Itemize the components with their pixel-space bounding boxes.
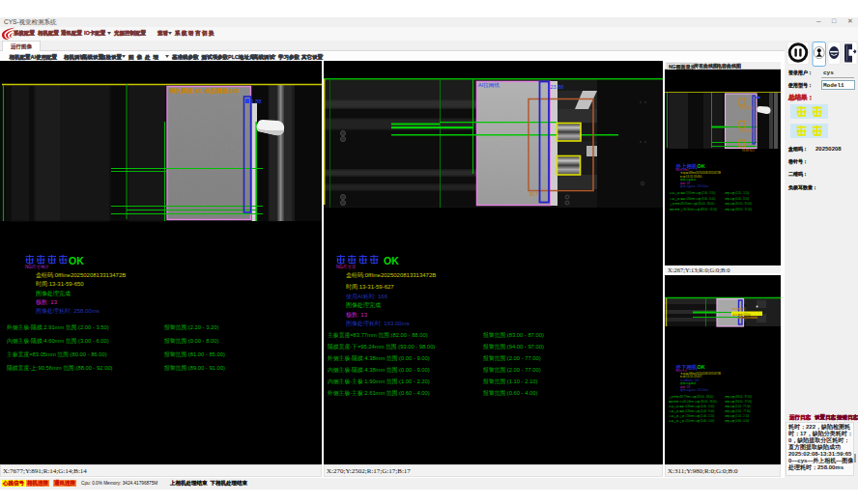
svg-text:主极宽度=83.77mm 范围:(82.00 - 88.00: 主极宽度=83.77mm 范围:(82.00 - 88.00) (328, 332, 428, 339)
svg-text:极数: 13: 极数: 13 (345, 312, 368, 318)
svg-text:时间:13-31-59-650: 时间:13-31-59-650 (680, 175, 702, 179)
svg-text:极数: 13: 极数: 13 (35, 299, 58, 305)
svg-text:主极宽度=83.77mm 范围:(82.00 - 88.00: 主极宽度=83.77mm 范围:(82.00 - 88.00) (669, 395, 713, 399)
svg-text:盒组码:0ffIine2025020813313472B: 盒组码:0ffIine2025020813313472B (36, 271, 126, 278)
svg-text:报警范围:(2.00 - 77.00): 报警范围:(2.00 - 77.00) (482, 366, 541, 374)
svg-text:报警范围:(0.60 - 4.00): 报警范围:(0.60 - 4.00) (725, 419, 749, 423)
svg-text:内侧主极-隔膜:4.38mm 范围:(0.00 - 9.00: 内侧主极-隔膜:4.38mm 范围:(0.00 - 9.00) (328, 366, 430, 374)
svg-text:报警范围:(83.00 - 87.00): 报警范围:(83.00 - 87.00) (725, 395, 752, 399)
svg-text:主极宽度=83.05mm 范围:(80.00 - 86.00: 主极宽度=83.05mm 范围:(80.00 - 86.00) (670, 202, 714, 206)
svg-text:NG尺寸:0: NG尺寸:0 (336, 265, 356, 269)
svg-text:报警范围:(2.00 - 77.00): 报警范围:(2.00 - 77.00) (725, 409, 751, 413)
svg-text:图像处理完成: 图像处理完成 (36, 290, 71, 297)
svg-text:报警范围:(2.20 - 3.20): 报警范围:(2.20 - 3.20) (725, 191, 749, 195)
svg-text:OK: OK (384, 255, 399, 266)
svg-text:报警范围:(1.10 - 2.10): 报警范围:(1.10 - 2.10) (725, 414, 749, 418)
svg-text:极数: 13: 极数: 13 (679, 182, 690, 185)
svg-text:使用AI耗时: 166: 使用AI耗时: 166 (680, 378, 700, 382)
svg-text:报警范围:(0.00 - 8.00): 报警范围:(0.00 - 8.00) (725, 197, 749, 201)
svg-text:内侧主极-隔膜:4.60mm 范围:(3.00 - 6.00: 内侧主极-隔膜:4.60mm 范围:(3.00 - 6.00) (7, 337, 109, 345)
svg-text:3.88: 3.88 (250, 98, 262, 104)
svg-text:内侧主极-隔膜:4.38mm 范围:(0.00 - 9.00: 内侧主极-隔膜:4.38mm 范围:(0.00 - 9.00) (669, 409, 714, 413)
svg-text:盒组码:0ffIine2025020813313472B: 盒组码:0ffIine2025020813313472B (346, 271, 436, 278)
svg-text:极数: 13: 极数: 13 (679, 385, 690, 389)
svg-text:图像处理耗时: 163.00ms: 图像处理耗时: 163.00ms (680, 388, 709, 392)
svg-text:外侧主极-主极:2.61mm 范围:(0.60 - 4.00: 外侧主极-主极:2.61mm 范围:(0.60 - 4.00) (669, 419, 714, 423)
svg-text:外侧主极-主极:2.61mm 范围:(0.60 - 4.00: 外侧主极-主极:2.61mm 范围:(0.60 - 4.00) (327, 389, 430, 397)
svg-text:OK: OK (69, 255, 84, 266)
svg-text:绑扎阈值:93, 动态阈值:100: 绑扎阈值:93, 动态阈值:100 (170, 87, 240, 95)
svg-text:盒组码:0ffIine2025020813313472B: 盒组码:0ffIine2025020813313472B (680, 372, 721, 376)
svg-text:图像处理耗时: 258.00ms: 图像处理耗时: 258.00ms (680, 184, 709, 188)
svg-text:报警范围:(81.00 - 85.00): 报警范围:(81.00 - 85.00) (725, 202, 752, 206)
svg-text:时间:13-31-59-627: 时间:13-31-59-627 (680, 375, 702, 378)
svg-text:报警范围:(1.10 - 2.10): 报警范围:(1.10 - 2.10) (482, 378, 537, 385)
svg-text:隔膜宽度-下=95.24mm 范围:(93.00 - 98.: 隔膜宽度-下=95.24mm 范围:(93.00 - 98.00) (669, 400, 717, 404)
svg-text:使用AI耗时: 166: 使用AI耗时: 166 (346, 294, 388, 300)
svg-text:AI拉网线: AI拉网线 (478, 82, 500, 88)
svg-text:内侧主极-隔膜:4.60mm 范围:(3.00 - 6.00: 内侧主极-隔膜:4.60mm 范围:(3.00 - 6.00) (670, 197, 715, 201)
svg-text:绑扎阈值:93: 绑扎阈值:93 (731, 307, 746, 311)
svg-text:报警范围:(89.00 - 91.00): 报警范围:(89.00 - 91.00) (725, 208, 752, 211)
svg-text:图像处理完成: 图像处理完成 (680, 178, 696, 182)
svg-text:图像处理完成: 图像处理完成 (680, 381, 696, 385)
svg-text:图像处理耗时: 163.00ms: 图像处理耗时: 163.00ms (346, 320, 410, 327)
svg-text:123.88: 123.88 (548, 84, 564, 90)
svg-text:报警范围:(0.60 - 4.00): 报警范围:(0.60 - 4.00) (482, 389, 537, 397)
svg-text:93.7: 93.7 (529, 192, 538, 197)
svg-text:时间:13-31-59-650: 时间:13-31-59-650 (36, 281, 84, 288)
svg-text:盒组码:0ffIine2025020813313472B: 盒组码:0ffIine2025020813313472B (680, 171, 721, 175)
svg-text:报警范围:(94.00 - 97.00): 报警范围:(94.00 - 97.00) (482, 343, 544, 350)
svg-text:图像处理耗时: 258.00ms: 图像处理耗时: 258.00ms (36, 307, 100, 315)
svg-text:时间:13-31-59-627: 时间:13-31-59-627 (346, 284, 394, 291)
svg-text:外侧主极-隔膜:4.38mm 范围:(0.00 - 9.00: 外侧主极-隔膜:4.38mm 范围:(0.00 - 9.00) (327, 354, 430, 362)
svg-text:报警范围:(89.00 - 91.00): 报警范围:(89.00 - 91.00) (163, 364, 225, 372)
svg-text:隔膜宽度-上:90.56mm 范围:(88.00 - 92.: 隔膜宽度-上:90.56mm 范围:(88.00 - 92.00) (670, 208, 717, 211)
svg-text:报警范围:(83.00 - 87.00): 报警范围:(83.00 - 87.00) (482, 331, 544, 339)
svg-text:93.88 94.5: 93.88 94.5 (740, 129, 753, 133)
svg-text:外侧主极-隔膜:4.38mm 范围:(0.00 - 9.00: 外侧主极-隔膜:4.38mm 范围:(0.00 - 9.00) (669, 405, 714, 408)
svg-text:动态阈值:100绑: 动态阈值:100绑 (732, 313, 751, 317)
svg-text:图像处理完成: 图像处理完成 (346, 301, 381, 309)
svg-text:报警范围:(0.00 - 8.00): 报警范围:(0.00 - 8.00) (163, 337, 218, 345)
svg-text:NG尺寸统计: NG尺寸统计 (25, 265, 49, 269)
svg-text:外侧主极-隔膜:2.91mm 范围:(2.00 - 3.50: 外侧主极-隔膜:2.91mm 范围:(2.00 - 3.50) (6, 323, 109, 331)
svg-text:93.88 94.5: 93.88 94.5 (740, 106, 753, 110)
svg-text:内侧主极-主极:1.90mm 范围:(1.00 - 2.20: 内侧主极-主极:1.90mm 范围:(1.00 - 2.20) (669, 414, 714, 418)
svg-text:主极宽度=83.05mm 范围:(80.00 - 86.00: 主极宽度=83.05mm 范围:(80.00 - 86.00) (7, 351, 107, 358)
svg-text:内侧主极-主极:1.90mm 范围:(1.00 - 2.20: 内侧主极-主极:1.90mm 范围:(1.00 - 2.20) (328, 378, 430, 385)
svg-text:报警范围:(94.00 - 97.00): 报警范围:(94.00 - 97.00) (725, 400, 752, 404)
svg-text:报警范围:(2.20 - 3.20): 报警范围:(2.20 - 3.20) (163, 323, 218, 331)
svg-text:93.88 94.5: 93.88 94.5 (742, 149, 755, 153)
svg-text:外侧主极-隔膜:2.91mm 范围:(2.00 - 3.50: 外侧主极-隔膜:2.91mm 范围:(2.00 - 3.50) (670, 191, 715, 195)
svg-text:报警范围:(2.00 - 77.00): 报警范围:(2.00 - 77.00) (482, 354, 541, 362)
svg-text:隔膜宽度-上:90.56mm 范围:(88.00 - 92.: 隔膜宽度-上:90.56mm 范围:(88.00 - 92.00) (7, 364, 113, 372)
svg-text:报警范围:(81.00 - 85.00): 报警范围:(81.00 - 85.00) (163, 350, 225, 358)
svg-text:报警范围:(2.00 - 77.00): 报警范围:(2.00 - 77.00) (725, 405, 751, 408)
svg-text:扎阈值:93: 扎阈值:93 (739, 316, 751, 320)
svg-text:隔膜宽度-下=95.24mm 范围:(93.00 - 98.: 隔膜宽度-下=95.24mm 范围:(93.00 - 98.00) (328, 343, 435, 350)
